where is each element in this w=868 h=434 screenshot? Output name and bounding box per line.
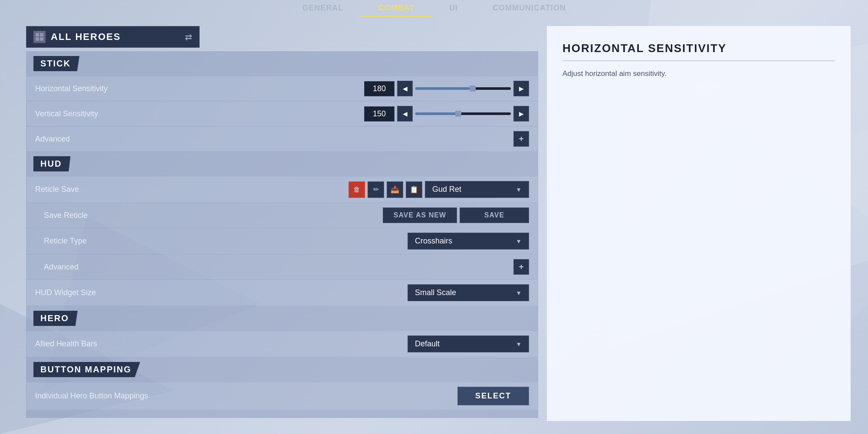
main-content: ALL HEROES ⇄ STICK Horizontal Sensitivit…: [26, 26, 538, 421]
horizontal-sensitivity-track: [415, 87, 511, 90]
hud-title-box: HUD: [33, 156, 70, 171]
button-mapping-title-box: BUTTON MAPPING: [33, 362, 140, 377]
hero-label: ALL HEROES: [51, 31, 180, 43]
reticle-save-dropdown-arrow: ▼: [516, 186, 522, 193]
vertical-sensitivity-slider[interactable]: [415, 106, 511, 122]
allied-health-bars-row: Allied Health Bars Default ▼: [26, 331, 538, 357]
button-mapping-title: BUTTON MAPPING: [40, 365, 132, 374]
allied-health-bars-controls: Default ▼: [408, 335, 529, 352]
reticle-delete-button[interactable]: 🗑: [349, 181, 365, 198]
select-button[interactable]: SELECT: [457, 387, 529, 405]
info-description: Adjust horizontal aim sensitivity.: [562, 68, 835, 79]
hud-advanced-controls: +: [513, 259, 529, 275]
horizontal-sensitivity-thumb[interactable]: [470, 85, 476, 92]
svg-rect-7: [36, 37, 39, 41]
horizontal-sensitivity-fill: [415, 87, 473, 90]
individual-hero-mappings-label: Individual Hero Button Mappings: [35, 391, 457, 401]
tab-communication[interactable]: COMMUNICATION: [475, 0, 583, 17]
hud-widget-size-dropdown[interactable]: Small Scale ▼: [408, 284, 529, 301]
info-title: HORIZONTAL SENSITIVITY: [562, 42, 835, 61]
top-nav: GENERAL COMBAT UI COMMUNICATION: [285, 0, 583, 17]
stick-advanced-controls: +: [513, 131, 529, 147]
reticle-type-label: Reticle Type: [44, 237, 408, 246]
vertical-sensitivity-fill: [415, 112, 458, 115]
vertical-sensitivity-label: Vertical Sensitivity: [35, 109, 364, 118]
vertical-sensitivity-decrease[interactable]: ◀: [397, 106, 413, 122]
save-reticle-row: Save Reticle SAVE AS NEW SAVE: [26, 203, 538, 227]
reticle-save-label: Reticle Save: [35, 185, 349, 194]
vertical-sensitivity-value: 150: [364, 106, 395, 122]
vertical-sensitivity-track: [415, 112, 511, 115]
hero-title: HERO: [40, 313, 69, 323]
hero-selector[interactable]: ALL HEROES ⇄: [26, 26, 200, 48]
info-panel: HORIZONTAL SENSITIVITY Adjust horizontal…: [547, 26, 851, 421]
settings-panel: STICK Horizontal Sensitivity 180 ◀ ▶ Ver…: [26, 51, 538, 418]
hud-widget-size-controls: Small Scale ▼: [408, 284, 529, 301]
stick-title: STICK: [40, 59, 71, 68]
reticle-save-dropdown[interactable]: Gud Ret ▼: [425, 181, 529, 198]
button-mapping-section-header: BUTTON MAPPING: [26, 358, 538, 381]
tab-combat[interactable]: COMBAT: [361, 0, 432, 17]
hero-title-box: HERO: [33, 311, 78, 326]
hero-swap-icon[interactable]: ⇄: [185, 32, 192, 42]
hud-title: HUD: [40, 159, 62, 168]
reticle-save-selected: Gud Ret: [432, 185, 461, 194]
tab-general[interactable]: GENERAL: [285, 0, 361, 17]
save-as-new-button[interactable]: SAVE AS NEW: [383, 207, 457, 223]
reticle-import-button[interactable]: 📥: [387, 181, 403, 198]
save-button[interactable]: SAVE: [460, 207, 529, 223]
reticle-save-row: Reticle Save 🗑 ✏ 📥 📋 Gud Ret ▼: [26, 177, 538, 202]
allied-health-bars-label: Allied Health Bars: [35, 339, 408, 349]
hud-widget-size-row: HUD Widget Size Small Scale ▼: [26, 280, 538, 306]
reticle-type-dropdown[interactable]: Crosshairs ▼: [408, 233, 529, 250]
horizontal-sensitivity-value: 180: [364, 81, 395, 96]
horizontal-sensitivity-controls: 180 ◀ ▶: [364, 81, 529, 96]
hud-advanced-row: Advanced +: [26, 255, 538, 279]
svg-rect-8: [40, 37, 43, 41]
horizontal-sensitivity-slider[interactable]: [415, 81, 511, 96]
reticle-export-button[interactable]: 📋: [406, 181, 422, 198]
hud-advanced-label: Advanced: [44, 263, 513, 272]
allied-health-bars-selected: Default: [415, 339, 440, 349]
hud-widget-size-label: HUD Widget Size: [35, 288, 408, 297]
allied-health-bars-dropdown[interactable]: Default ▼: [408, 335, 529, 352]
svg-rect-5: [36, 33, 39, 36]
individual-hero-mappings-controls: SELECT: [457, 387, 529, 405]
hud-section-header: HUD: [26, 152, 538, 176]
vertical-sensitivity-thumb[interactable]: [455, 111, 461, 117]
stick-title-box: STICK: [33, 56, 79, 71]
vertical-sensitivity-row: Vertical Sensitivity 150 ◀ ▶: [26, 102, 538, 126]
vertical-sensitivity-increase[interactable]: ▶: [513, 106, 529, 122]
reticle-type-selected: Crosshairs: [415, 237, 452, 246]
horizontal-sensitivity-increase[interactable]: ▶: [513, 81, 529, 96]
hero-icon: [33, 31, 46, 43]
stick-advanced-expand[interactable]: +: [513, 131, 529, 147]
reticle-type-dropdown-arrow: ▼: [516, 238, 522, 245]
horizontal-sensitivity-label: Horizontal Sensitivity: [35, 84, 364, 93]
stick-advanced-label: Advanced: [35, 135, 513, 144]
hero-section-header: HERO: [26, 306, 538, 330]
stick-section-header: STICK: [26, 52, 538, 76]
stick-advanced-row: Advanced +: [26, 127, 538, 151]
vertical-sensitivity-controls: 150 ◀ ▶: [364, 106, 529, 122]
horizontal-sensitivity-row: Horizontal Sensitivity 180 ◀ ▶: [26, 76, 538, 101]
tab-ui[interactable]: UI: [432, 0, 475, 17]
svg-rect-6: [40, 33, 43, 36]
reticle-type-controls: Crosshairs ▼: [408, 233, 529, 250]
reticle-type-row: Reticle Type Crosshairs ▼: [26, 228, 538, 254]
allied-health-bars-dropdown-arrow: ▼: [516, 341, 522, 348]
reticle-save-controls: 🗑 ✏ 📥 📋 Gud Ret ▼: [349, 181, 529, 198]
individual-hero-mappings-row: Individual Hero Button Mappings SELECT: [26, 382, 538, 410]
save-reticle-label: Save Reticle: [44, 211, 383, 220]
horizontal-sensitivity-decrease[interactable]: ◀: [397, 81, 413, 96]
hud-advanced-expand[interactable]: +: [513, 259, 529, 275]
save-reticle-controls: SAVE AS NEW SAVE: [383, 207, 529, 223]
hud-widget-size-selected: Small Scale: [415, 288, 456, 297]
hud-widget-size-dropdown-arrow: ▼: [516, 289, 522, 296]
reticle-edit-button[interactable]: ✏: [368, 181, 384, 198]
